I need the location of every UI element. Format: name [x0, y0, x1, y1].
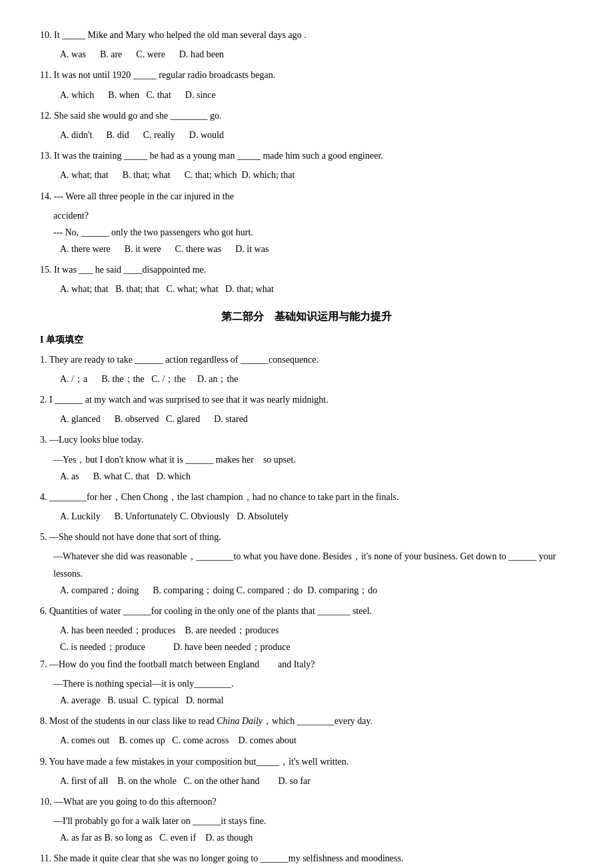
p2-q8-text: 8. Most of the students in our class lik…	[40, 716, 372, 726]
q11-options: A. which B. when C. that D. since	[60, 87, 573, 103]
p2-q4-opt: A. Luckily B. Unfortunately C. Obviously…	[60, 511, 289, 521]
p2-q4-options: A. Luckily B. Unfortunately C. Obviously…	[60, 508, 573, 525]
p2-q2-options: A. glanced B. observed C. glared D. star…	[60, 411, 573, 427]
p2-q10-text2: —I'll probably go for a walk later on __…	[53, 813, 573, 829]
q14: 14. --- Were all three people in the car…	[40, 188, 573, 205]
q14-opt: A. there were B. it were C. there was D.…	[60, 244, 269, 254]
p2-q4: 4. ________for her，Chen Chong，the last c…	[40, 489, 573, 505]
q14-text3: --- No, ______ only the two passengers w…	[53, 224, 573, 241]
p2-q3-text2: —Yes，but I don't know what it is ______ …	[53, 451, 573, 468]
p2-q2-text: 2. I ______ at my watch and was surprise…	[40, 395, 328, 405]
p2-q9: 9. You have made a few mistakes in your …	[40, 753, 573, 770]
p2-q10-options: A. as far as B. so long as C. even if D.…	[60, 829, 573, 846]
p2-q4-text: 4. ________for her，Chen Chong，the last c…	[40, 492, 398, 502]
q11-opt: A. which B. when C. that D. since	[60, 90, 216, 100]
p2-q7-text: 7. —How do you find the football match b…	[40, 659, 315, 669]
p2-q9-opt: A. first of all B. on the whole C. on th…	[60, 776, 310, 786]
p2-q7-opt: A. average B. usual C. typical D. normal	[60, 695, 224, 705]
q11-text: 11. It was not until 1920 _____ regular …	[40, 70, 275, 80]
q13-options: A. what; that B. that; what C. that; whi…	[60, 167, 573, 183]
p2-q8-options: A. comes out B. comes up C. come across …	[60, 732, 573, 749]
q13-text: 13. It was the training _____ he had as …	[40, 151, 383, 161]
q13-opt: A. what; that B. that; what C. that; whi…	[60, 170, 295, 180]
p2-q8: 8. Most of the students in our class lik…	[40, 713, 573, 729]
p2-q3-text: 3. —Lucy looks blue today.	[40, 435, 143, 445]
p2-q7: 7. —How do you find the football match b…	[40, 656, 573, 673]
p2-q8-opt: A. comes out B. comes up C. come across …	[60, 735, 297, 745]
p2-q6-text: 6. Quantities of water ______for cooling…	[40, 606, 372, 616]
p2-q1-options: A. /；a B. the；the C. /；the D. an；the	[60, 371, 573, 387]
q14-text: 14. --- Were all three people in the car…	[40, 191, 234, 201]
p2-q5-text2: —Whatever she did was reasonable，_______…	[53, 548, 573, 581]
p2-q5-opt: A. compared；doing B. comparing；doing C. …	[60, 585, 377, 595]
p2-q2: 2. I ______ at my watch and was surprise…	[40, 391, 573, 408]
part1-questions: 10. It _____ Mike and Mary who helped th…	[40, 27, 573, 298]
section2-subtitle-text: I 单项填空	[40, 335, 83, 345]
p2-q9-text: 9. You have made a few mistakes in your …	[40, 757, 348, 767]
q15: 15. It was ___ he said ____disappointed …	[40, 261, 573, 278]
p2-q11: 11. She made it quite clear that she was…	[40, 850, 573, 867]
p2-q1-text: 1. They are ready to take ______ action …	[40, 355, 318, 365]
p2-q7-text2: —There is nothing special—it is only____…	[53, 675, 573, 692]
q10-options: A. was B. are C. were D. had been	[60, 46, 573, 63]
q12-opt: A. didn't B. did C. really D. would	[60, 130, 224, 140]
q14-text2: accident?	[53, 207, 573, 224]
q15-options: A. what; that B. that; that C. what; wha…	[60, 281, 573, 297]
p2-q3: 3. —Lucy looks blue today.	[40, 431, 573, 448]
q14-options: A. there were B. it were C. there was D.…	[60, 241, 573, 257]
q15-opt: A. what; that B. that; that C. what; wha…	[60, 284, 274, 294]
p2-q2-opt: A. glanced B. observed C. glared D. star…	[60, 414, 248, 424]
p2-q5: 5. —She should not have done that sort o…	[40, 529, 573, 545]
p2-q9-options: A. first of all B. on the whole C. on th…	[60, 773, 573, 789]
p2-q6-options-line1: A. has been needed；produces B. are neede…	[60, 622, 573, 639]
section2-title-text: 第二部分 基础知识运用与能力提升	[221, 311, 392, 322]
q10: 10. It _____ Mike and Mary who helped th…	[40, 27, 573, 43]
p2-q6: 6. Quantities of water ______for cooling…	[40, 603, 573, 619]
q12-text: 12. She said she would go and she ______…	[40, 111, 222, 121]
q10-opt: A. was B. are C. were D. had been	[60, 49, 224, 59]
p2-q10-text: 10. —What are you going to do this after…	[40, 797, 217, 807]
q10-text: 10. It _____ Mike and Mary who helped th…	[40, 30, 306, 40]
exam-content: 10. It _____ Mike and Mary who helped th…	[40, 27, 573, 868]
p2-q5-text: 5. —She should not have done that sort o…	[40, 532, 221, 542]
p2-q6-options-line2: C. is needed；produce D. have been needed…	[60, 639, 573, 655]
p2-q10-opt: A. as far as B. so long as C. even if D.…	[60, 833, 253, 843]
p2-q7-options: A. average B. usual C. typical D. normal	[60, 692, 573, 709]
p2-q11-text: 11. She made it quite clear that she was…	[40, 853, 403, 863]
q15-text: 15. It was ___ he said ____disappointed …	[40, 265, 206, 275]
q12: 12. She said she would go and she ______…	[40, 107, 573, 124]
q13: 13. It was the training _____ he had as …	[40, 147, 573, 164]
q12-options: A. didn't B. did C. really D. would	[60, 127, 573, 143]
q11: 11. It was not until 1920 _____ regular …	[40, 67, 573, 83]
p2-q5-options: A. compared；doing B. comparing；doing C. …	[60, 582, 573, 599]
p2-q1: 1. They are ready to take ______ action …	[40, 351, 573, 368]
p2-q10: 10. —What are you going to do this after…	[40, 793, 573, 810]
section2-subtitle: I 单项填空	[40, 331, 573, 348]
p2-q3-opt: A. as B. what C. that D. which	[60, 471, 191, 481]
part2-questions: 1. They are ready to take ______ action …	[40, 351, 573, 868]
p2-q3-options: A. as B. what C. that D. which	[60, 468, 573, 485]
p2-q1-opt: A. /；a B. the；the C. /；the D. an；the	[60, 374, 239, 384]
section2-title: 第二部分 基础知识运用与能力提升	[40, 307, 573, 327]
